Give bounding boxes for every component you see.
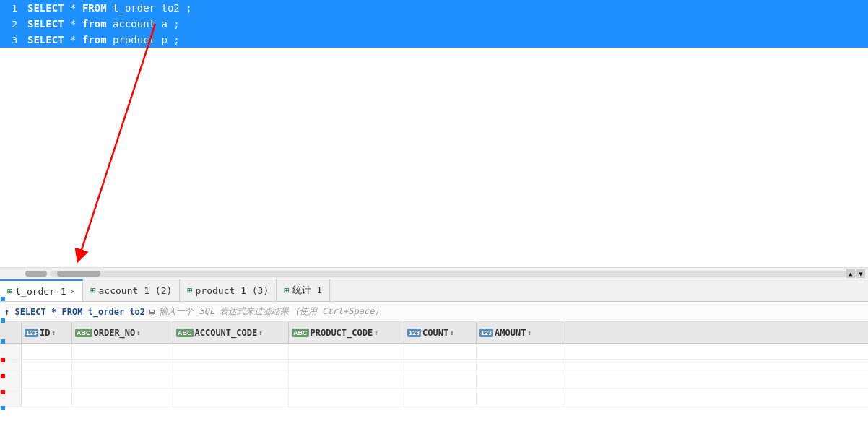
result-header-marker bbox=[0, 331, 6, 352]
scroll-arrows[interactable]: ▲ ▼ bbox=[846, 269, 865, 278]
scroll-right-arrow[interactable]: ▼ bbox=[856, 269, 865, 278]
result-row3-marker bbox=[0, 384, 6, 400]
code-line-1[interactable]: 1 SELECT * FROM t_order to2 ; bbox=[0, 0, 868, 16]
result-tab-marker bbox=[0, 287, 6, 310]
cell-3-id[interactable] bbox=[22, 375, 72, 391]
table-body bbox=[0, 344, 868, 439]
code-editor[interactable]: 1 SELECT * FROM t_order to2 ; 2 SELECT *… bbox=[0, 0, 868, 267]
col-name-amount: AMOUNT bbox=[495, 328, 526, 338]
tab-label-account: account 1 (2) bbox=[99, 285, 173, 296]
table-row bbox=[0, 344, 868, 360]
tab-stats[interactable]: ⊞ 统计 1 bbox=[277, 279, 330, 301]
line-marker-3 bbox=[0, 32, 6, 48]
table-row bbox=[0, 375, 868, 391]
col-name-count: COUNT bbox=[422, 328, 448, 338]
col-name-id: ID bbox=[40, 328, 50, 338]
filter-bar[interactable]: ↑ SELECT * FROM t_order to2 ⊞ 输入一个 SQL 表… bbox=[0, 302, 868, 322]
cell-1-order-no[interactable] bbox=[72, 344, 173, 359]
col-header-count[interactable]: 123 COUNT ↕ bbox=[404, 322, 477, 343]
tabs-bar: ⊞ t_order 1 ✕ ⊞ account 1 (2) ⊞ product … bbox=[0, 279, 868, 302]
col-header-amount[interactable]: 123 AMOUNT ↕ bbox=[477, 322, 563, 343]
cell-3-count[interactable] bbox=[404, 375, 477, 391]
col-header-product-code[interactable]: ABC PRODUCT_CODE ↕ bbox=[289, 322, 404, 343]
col-name-order-no: ORDER_NO bbox=[94, 328, 136, 338]
table-header: 123 ID ↕ ABC ORDER_NO ↕ ABC ACCOUNT_CODE… bbox=[0, 322, 868, 344]
tab-label-product: product 1 (3) bbox=[196, 285, 269, 296]
table-row bbox=[0, 391, 868, 407]
cell-1-count[interactable] bbox=[404, 344, 477, 359]
col-type-count: 123 bbox=[407, 329, 421, 337]
cell-4-account-code[interactable] bbox=[173, 391, 289, 407]
cell-4-count[interactable] bbox=[404, 391, 477, 407]
col-type-amount: 123 bbox=[479, 329, 493, 337]
code-line-3[interactable]: 3 SELECT * from product p ; bbox=[0, 32, 868, 48]
cell-2-amount[interactable] bbox=[477, 360, 563, 375]
result-filter-marker bbox=[0, 310, 6, 331]
filter-expand-icon[interactable]: ⊞ bbox=[149, 307, 155, 317]
col-name-product-code: PRODUCT_CODE bbox=[311, 328, 373, 338]
col-header-account-code[interactable]: ABC ACCOUNT_CODE ↕ bbox=[173, 322, 289, 343]
col-type-account-code: ABC bbox=[176, 329, 194, 337]
col-sort-order-no[interactable]: ↕ bbox=[136, 329, 140, 336]
cell-1-amount[interactable] bbox=[477, 344, 563, 359]
result-row2-marker bbox=[0, 368, 6, 384]
cell-2-order-no[interactable] bbox=[72, 360, 173, 375]
col-type-order-no: ABC bbox=[75, 329, 92, 337]
result-row4-marker bbox=[0, 400, 6, 416]
cell-3-amount[interactable] bbox=[477, 375, 563, 391]
cell-1-id[interactable] bbox=[22, 344, 72, 359]
code-content-3: SELECT * from product p ; bbox=[22, 32, 868, 48]
cell-4-id[interactable] bbox=[22, 391, 72, 407]
col-sort-account-code[interactable]: ↕ bbox=[259, 329, 262, 336]
tab-label-stats: 统计 1 bbox=[292, 284, 323, 297]
code-content-1: SELECT * FROM t_order to2 ; bbox=[22, 0, 868, 16]
tab-product[interactable]: ⊞ product 1 (3) bbox=[180, 279, 277, 301]
cell-2-account-code[interactable] bbox=[173, 360, 289, 375]
scrollbar-track[interactable] bbox=[50, 271, 865, 277]
tab-icon-account: ⊞ bbox=[90, 285, 95, 295]
result-row1-marker bbox=[0, 352, 6, 368]
tab-account[interactable]: ⊞ account 1 (2) bbox=[83, 279, 180, 301]
filter-sql-text: ↑ SELECT * FROM t_order to2 bbox=[4, 307, 145, 317]
tab-icon-t-order: ⊞ bbox=[7, 286, 12, 296]
cell-2-product-code[interactable] bbox=[289, 360, 404, 375]
filter-input[interactable]: 输入一个 SQL 表达式来过滤结果 (使用 Ctrl+Space) bbox=[159, 305, 864, 318]
line-marker-2 bbox=[0, 16, 6, 32]
cell-3-account-code[interactable] bbox=[173, 375, 289, 391]
code-content-2: SELECT * from account a ; bbox=[22, 16, 868, 32]
col-type-id: 123 bbox=[25, 329, 38, 337]
svg-line-1 bbox=[79, 24, 155, 256]
tab-icon-product: ⊞ bbox=[187, 285, 192, 295]
cell-2-id[interactable] bbox=[22, 360, 72, 375]
scrollbar-thumb[interactable] bbox=[57, 271, 100, 277]
col-name-account-code: ACCOUNT_CODE bbox=[195, 328, 258, 338]
cell-1-account-code[interactable] bbox=[173, 344, 289, 359]
col-sort-product-code[interactable]: ↕ bbox=[374, 329, 378, 336]
cell-4-amount[interactable] bbox=[477, 391, 563, 407]
tab-icon-stats: ⊞ bbox=[284, 285, 289, 295]
col-header-id[interactable]: 123 ID ↕ bbox=[22, 322, 72, 343]
tab-label-t-order: t_order 1 bbox=[15, 286, 66, 297]
code-line-2[interactable]: 2 SELECT * from account a ; bbox=[0, 16, 868, 32]
col-sort-id[interactable]: ↕ bbox=[51, 329, 55, 336]
scroll-left-arrow[interactable]: ▲ bbox=[846, 269, 855, 278]
col-sort-count[interactable]: ↕ bbox=[450, 329, 453, 336]
tab-t-order[interactable]: ⊞ t_order 1 ✕ bbox=[0, 279, 83, 301]
tab-close-t-order[interactable]: ✕ bbox=[71, 287, 76, 296]
cell-1-product-code[interactable] bbox=[289, 344, 404, 359]
cell-2-count[interactable] bbox=[404, 360, 477, 375]
col-sort-amount[interactable]: ↕ bbox=[527, 329, 531, 336]
cell-3-product-code[interactable] bbox=[289, 375, 404, 391]
editor-container: 1 SELECT * FROM t_order to2 ; 2 SELECT *… bbox=[0, 0, 868, 279]
table-row bbox=[0, 360, 868, 375]
editor-scrollbar[interactable]: ▲ ▼ bbox=[0, 267, 868, 279]
col-type-product-code: ABC bbox=[292, 329, 309, 337]
cell-4-product-code[interactable] bbox=[289, 391, 404, 407]
results-area: ⊞ t_order 1 ✕ ⊞ account 1 (2) ⊞ product … bbox=[0, 279, 868, 439]
cell-3-order-no[interactable] bbox=[72, 375, 173, 391]
cell-4-order-no[interactable] bbox=[72, 391, 173, 407]
line-marker-1 bbox=[0, 0, 6, 16]
col-header-order-no[interactable]: ABC ORDER_NO ↕ bbox=[72, 322, 173, 343]
